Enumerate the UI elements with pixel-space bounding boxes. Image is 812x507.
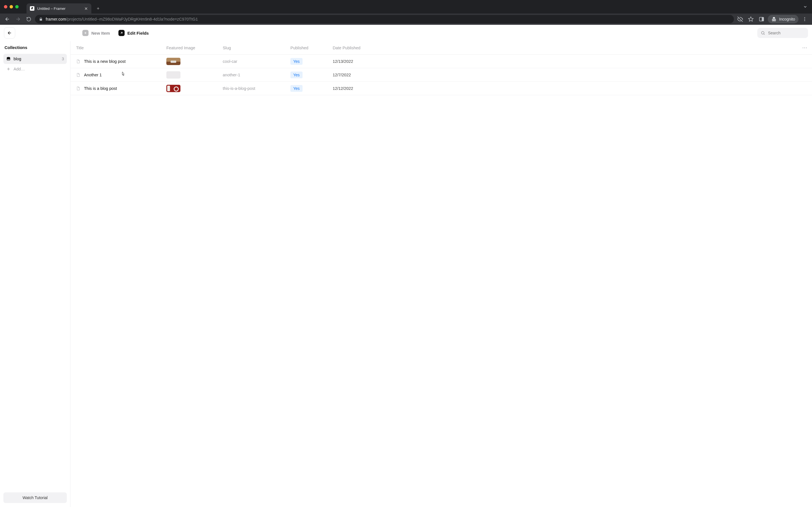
svg-point-5 (772, 20, 774, 21)
collections-sidebar: Collections blog 3 Add… Watch Tutorial (0, 41, 70, 507)
arrow-up-right-icon (118, 30, 124, 36)
svg-point-7 (804, 17, 805, 18)
close-tab-icon[interactable]: ✕ (84, 6, 88, 11)
column-header-image[interactable]: Featured Image (166, 46, 223, 50)
tabs-overflow-icon[interactable] (803, 4, 808, 9)
edit-fields-button[interactable]: Edit Fields (118, 30, 149, 36)
framer-favicon-icon (30, 6, 35, 11)
table-row[interactable]: This is a new blog post cool-car Yes 12/… (70, 55, 812, 68)
browser-menu-button[interactable] (800, 15, 809, 24)
table-row[interactable]: Another 1 another-1 Yes 12/7/2022 (70, 68, 812, 82)
side-panel-icon[interactable] (757, 15, 766, 24)
svg-line-11 (764, 34, 765, 35)
window-controls (4, 5, 18, 8)
svg-point-6 (774, 20, 776, 21)
browser-forward-button[interactable] (13, 15, 22, 24)
row-date-published: 12/7/2022 (333, 73, 798, 77)
sidebar-item-label: blog (13, 57, 21, 61)
svg-point-10 (762, 32, 764, 34)
browser-reload-button[interactable] (24, 15, 33, 24)
browser-back-button[interactable] (3, 15, 12, 24)
row-slug: this-is-a-blog-post (223, 86, 290, 91)
row-date-published: 12/13/2022 (333, 59, 798, 64)
incognito-label: Incognito (779, 17, 795, 21)
row-slug: cool-car (223, 59, 290, 64)
published-badge: Yes (290, 71, 303, 78)
incognito-indicator[interactable]: Incognito (768, 15, 799, 23)
published-badge: Yes (290, 58, 303, 65)
new-tab-button[interactable] (94, 4, 102, 12)
app-back-button[interactable] (4, 27, 15, 39)
new-item-button[interactable]: New Item (82, 30, 110, 36)
browser-tab-title: Untitled – Framer (37, 6, 65, 11)
sidebar-item-count: 3 (62, 57, 64, 61)
svg-point-8 (804, 19, 805, 20)
address-bar[interactable]: framer.com/projects/Untitled--mZ98oDWaPJ… (35, 15, 734, 23)
svg-rect-4 (762, 17, 764, 21)
watch-tutorial-label: Watch Tutorial (22, 496, 48, 500)
column-header-published[interactable]: Published (290, 46, 333, 50)
page-icon (76, 59, 80, 64)
columns-more-button[interactable]: ··· (798, 46, 812, 50)
row-date-published: 12/12/2022 (333, 86, 798, 91)
watch-tutorial-button[interactable]: Watch Tutorial (3, 492, 67, 503)
page-icon (76, 73, 80, 77)
framer-cms: New Item Edit Fields Collections (0, 25, 812, 507)
search-input[interactable] (768, 31, 812, 35)
svg-point-9 (804, 20, 805, 21)
plus-icon (82, 30, 89, 36)
column-header-title[interactable]: Title (76, 46, 166, 50)
url-path: /projects/Untitled--mZ98oDWaPJyDRgKHm9n8… (66, 17, 198, 21)
featured-image-thumbnail[interactable] (166, 71, 181, 78)
svg-marker-1 (749, 17, 753, 21)
table-header: Title Featured Image Slug Published Date… (70, 41, 812, 55)
lock-icon (39, 17, 43, 21)
featured-image-thumbnail[interactable] (166, 85, 181, 92)
published-badge: Yes (290, 85, 303, 92)
row-title: This is a new blog post (84, 59, 126, 64)
incognito-icon (771, 16, 777, 22)
sidebar-item-blog[interactable]: blog 3 (3, 54, 67, 64)
plus-icon (6, 67, 11, 71)
row-title: This is a blog post (84, 86, 117, 91)
page-icon (76, 86, 80, 91)
row-slug: another-1 (223, 73, 290, 77)
database-icon (6, 57, 11, 61)
maximize-window-button[interactable] (15, 5, 18, 8)
browser-titlebar: Untitled – Framer ✕ (0, 0, 812, 13)
sidebar-add-collection[interactable]: Add… (3, 64, 67, 74)
column-header-slug[interactable]: Slug (223, 46, 290, 50)
edit-fields-label: Edit Fields (128, 31, 149, 36)
browser-tab[interactable]: Untitled – Framer ✕ (27, 3, 91, 13)
new-item-label: New Item (91, 31, 110, 36)
url-domain: framer.com (46, 17, 66, 21)
sidebar-add-label: Add… (13, 67, 25, 71)
featured-image-thumbnail[interactable] (166, 58, 181, 65)
table-row[interactable]: This is a blog post this-is-a-blog-post … (70, 82, 812, 95)
collection-table: Title Featured Image Slug Published Date… (70, 41, 812, 507)
column-header-date[interactable]: Date Published (333, 46, 798, 50)
search-icon (761, 31, 765, 35)
row-title: Another 1 (84, 73, 102, 77)
close-window-button[interactable] (4, 5, 7, 8)
minimize-window-button[interactable] (10, 5, 13, 8)
app-toolbar: New Item Edit Fields (0, 25, 812, 41)
bookmark-star-icon[interactable] (746, 15, 755, 24)
sidebar-heading: Collections (3, 45, 67, 50)
search-field[interactable] (757, 28, 808, 38)
eye-off-icon[interactable] (735, 15, 745, 24)
browser-toolbar: framer.com/projects/Untitled--mZ98oDWaPJ… (0, 13, 812, 25)
